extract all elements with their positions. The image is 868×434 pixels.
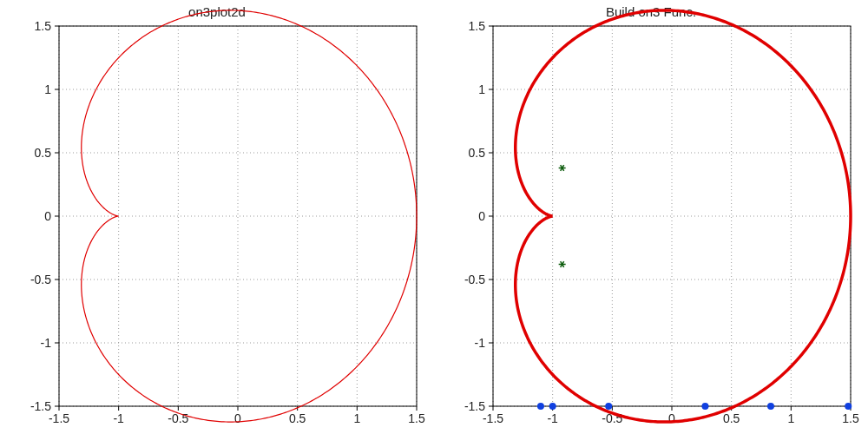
svg-text:-1: -1 [113,411,124,425]
svg-point-96 [767,403,774,410]
svg-text:0.5: 0.5 [723,411,740,425]
svg-text:-1.5: -1.5 [483,411,503,425]
svg-point-92 [537,403,544,410]
svg-text:1: 1 [44,82,51,96]
svg-text:-1.5: -1.5 [30,399,51,413]
axes-right: -1.5-1-0.500.511.5-1.5-1-0.500.511.5 [434,0,868,434]
svg-text:0: 0 [44,209,51,223]
svg-text:-1: -1 [475,336,486,350]
svg-text:1.5: 1.5 [469,19,486,33]
svg-point-97 [845,403,852,410]
svg-text:-1.5: -1.5 [464,399,485,413]
svg-text:1: 1 [353,411,360,425]
svg-text:1: 1 [478,82,485,96]
svg-text:-1: -1 [547,411,558,425]
svg-text:1.5: 1.5 [35,19,52,33]
svg-text:-0.5: -0.5 [30,273,51,286]
subplot-right: Build on3 Func. -1.5-1-0.500.511.5-1.5-1… [434,0,868,434]
figure: on3plot2d -1.5-1-0.500.511.5-1.5-1-0.500… [0,0,868,434]
svg-text:0.5: 0.5 [469,146,486,160]
svg-text:1: 1 [787,411,794,425]
svg-point-95 [701,403,708,410]
svg-point-94 [605,403,612,410]
svg-text:-1.5: -1.5 [49,411,69,425]
svg-text:1.5: 1.5 [408,411,425,425]
svg-point-93 [549,403,556,410]
svg-text:1.5: 1.5 [842,411,859,425]
svg-text:0.5: 0.5 [289,411,306,425]
axes-left: -1.5-1-0.500.511.5-1.5-1-0.500.511.5 [0,0,434,434]
subplot-left: on3plot2d -1.5-1-0.500.511.5-1.5-1-0.500… [0,0,434,434]
svg-text:0: 0 [478,209,485,223]
svg-text:-1: -1 [41,336,52,350]
svg-text:-0.5: -0.5 [464,273,485,286]
svg-text:0.5: 0.5 [35,146,52,160]
svg-text:0: 0 [234,411,241,425]
